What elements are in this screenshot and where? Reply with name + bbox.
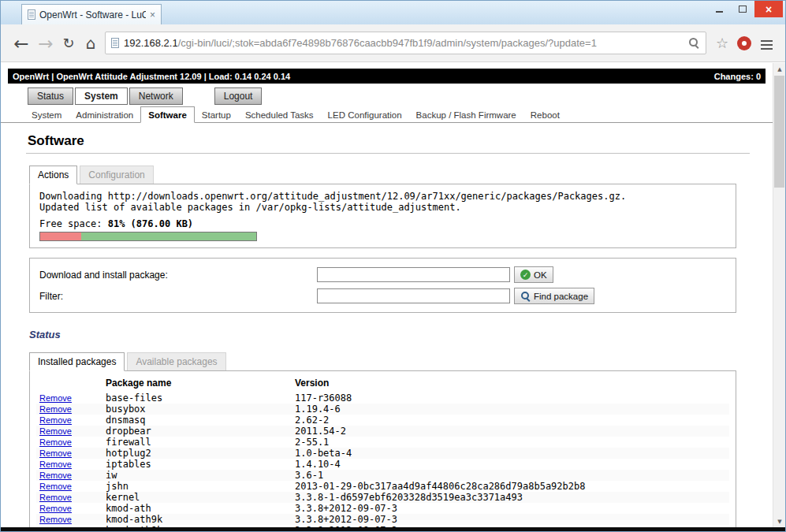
installed-packages-panel: Package name Version Removebase-files117… xyxy=(29,370,736,527)
url-domain: 192.168.2.1 xyxy=(124,37,178,49)
sub-tabs: SystemAdministrationSoftwareStartupSched… xyxy=(1,106,773,123)
table-row: Removebase-files117-r36088 xyxy=(36,392,729,404)
packages-table: Package name Version Removebase-files117… xyxy=(36,374,729,527)
find-package-button[interactable]: Find package xyxy=(514,288,594,304)
sub-tab-software[interactable]: Software xyxy=(140,106,195,123)
package-tabs: Installed packages Available packages xyxy=(29,352,773,370)
sub-tab-system[interactable]: System xyxy=(24,107,69,122)
main-tab-status[interactable]: Status xyxy=(28,87,73,105)
addon-icon[interactable] xyxy=(737,36,751,50)
remove-link[interactable]: Remove xyxy=(36,393,72,403)
tab-available-packages[interactable]: Available packages xyxy=(127,352,225,370)
sub-tab-backup-flash-firmware[interactable]: Backup / Flash Firmware xyxy=(409,107,523,122)
main-tab-system[interactable]: System xyxy=(75,87,128,105)
sub-tab-administration[interactable]: Administration xyxy=(69,107,140,122)
sub-tab-startup[interactable]: Startup xyxy=(195,107,238,122)
sub-tab-scheduled-tasks[interactable]: Scheduled Tasks xyxy=(238,107,321,122)
page-viewport: OpenWrt | OpenWrt Attitude Adjustment 12… xyxy=(1,63,773,527)
tab-close-icon[interactable]: × xyxy=(150,10,155,20)
browser-toolbar: ← → ↻ ⌂ 192.168.2.1/cgi-bin/luci/;stok=a… xyxy=(1,24,785,62)
table-row: Removeiptables1.4.10-4 xyxy=(36,459,729,470)
home-icon[interactable]: ⌂ xyxy=(80,34,102,53)
bookmark-star-icon[interactable]: ☆ xyxy=(712,35,732,51)
package-name: firewall xyxy=(106,437,295,448)
package-version: 2011.54-2 xyxy=(295,426,729,437)
package-version: 1.0-beta-4 xyxy=(295,448,729,459)
remove-cell: Remove xyxy=(36,459,106,470)
browser-window: OpenWrt - Software - LuC × × ← → ↻ ⌂ 192… xyxy=(0,0,786,532)
package-version: 3.3.8-1-d6597ebf6203328d3519ea3c3371a493 xyxy=(295,492,729,503)
url-text[interactable]: 192.168.2.1/cgi-bin/luci/;stok=abda6f7e4… xyxy=(124,37,684,49)
page-title: Software xyxy=(28,133,773,149)
tab-installed-packages[interactable]: Installed packages xyxy=(29,352,125,371)
package-version: 3.6-1 xyxy=(295,470,729,481)
sub-tab-reboot[interactable]: Reboot xyxy=(523,107,567,122)
remove-link[interactable]: Remove xyxy=(36,448,72,458)
remove-cell: Remove xyxy=(36,448,106,459)
package-version: 117-r36088 xyxy=(295,392,729,404)
menu-icon[interactable] xyxy=(761,40,773,42)
scroll-down-icon[interactable]: ▼ xyxy=(773,515,786,527)
page-scrollbar[interactable]: ▲ ▼ xyxy=(773,63,785,527)
ok-button[interactable]: ✓ OK xyxy=(514,266,553,283)
browser-tab[interactable]: OpenWrt - Software - LuC × xyxy=(21,4,162,24)
find-package-label: Find package xyxy=(534,292,588,301)
changes-badge[interactable]: Changes: 0 xyxy=(714,72,761,81)
package-name: jshn xyxy=(106,481,295,492)
log-line-1: Downloading http://downloads.openwrt.org… xyxy=(39,191,726,202)
close-button[interactable]: × xyxy=(754,1,783,17)
refresh-icon[interactable]: ↻ xyxy=(58,35,80,51)
minimize-button[interactable] xyxy=(707,1,731,17)
package-name: kmod-ath xyxy=(106,503,295,514)
package-name: hotplug2 xyxy=(106,448,295,459)
maximize-button[interactable] xyxy=(731,1,754,17)
remove-link[interactable]: Remove xyxy=(36,504,72,513)
remove-cell: Remove xyxy=(36,392,106,404)
package-table-body: Removebase-files117-r36088Removebusybox1… xyxy=(36,392,729,527)
remove-link[interactable]: Remove xyxy=(36,471,72,480)
forward-icon[interactable]: → xyxy=(34,33,58,54)
window-controls: × xyxy=(707,1,783,17)
remove-cell: Remove xyxy=(36,481,106,492)
remove-link[interactable]: Remove xyxy=(36,426,72,436)
back-icon[interactable]: ← xyxy=(9,33,34,54)
search-icon[interactable] xyxy=(688,37,700,49)
action-tabs: Actions Configuration xyxy=(29,166,773,184)
package-name: iptables xyxy=(106,459,295,470)
maximize-icon xyxy=(739,6,747,13)
main-tab-network[interactable]: Network xyxy=(129,87,183,105)
title-divider xyxy=(26,153,750,154)
filter-row: Filter: Find package xyxy=(39,285,726,307)
sub-tab-led-configuration[interactable]: LED Configuration xyxy=(321,107,409,122)
scroll-up-icon[interactable]: ▲ xyxy=(773,63,786,75)
remove-link[interactable]: Remove xyxy=(36,515,72,524)
table-row: Removekmod-ath3.3.8+2012-09-07-3 xyxy=(36,503,729,514)
log-line-2: Updated list of available packages in /v… xyxy=(39,202,726,213)
tab-actions[interactable]: Actions xyxy=(29,166,77,184)
column-header-version: Version xyxy=(295,374,729,392)
install-label: Download and install package: xyxy=(39,270,317,281)
remove-link[interactable]: Remove xyxy=(36,415,72,425)
filter-input[interactable] xyxy=(317,288,510,303)
tab-configuration[interactable]: Configuration xyxy=(80,166,153,184)
progress-used xyxy=(40,233,81,240)
remove-link[interactable]: Remove xyxy=(36,493,72,502)
package-url-input[interactable] xyxy=(317,267,510,282)
remove-link[interactable]: Remove xyxy=(36,437,72,447)
remove-link[interactable]: Remove xyxy=(36,404,72,414)
main-tab-logout[interactable]: Logout xyxy=(214,87,263,105)
package-name: iw xyxy=(106,470,295,481)
remove-link[interactable]: Remove xyxy=(36,482,72,491)
opkg-status-panel: Downloading http://downloads.openwrt.org… xyxy=(29,184,736,248)
status-legend: Status xyxy=(29,329,773,340)
package-name: busybox xyxy=(106,404,295,415)
favicon-page-icon xyxy=(28,9,35,20)
address-bar[interactable]: 192.168.2.1/cgi-bin/luci/;stok=abda6f7e4… xyxy=(105,32,706,54)
scrollbar-thumb[interactable] xyxy=(774,76,784,188)
find-search-icon xyxy=(520,291,531,301)
remove-link[interactable]: Remove xyxy=(36,459,72,469)
column-header-package: Package name xyxy=(106,374,295,392)
hostname-text: OpenWrt | OpenWrt Attitude Adjustment 12… xyxy=(13,72,290,81)
tab-title: OpenWrt - Software - LuC xyxy=(39,9,146,20)
free-space-line: Free space: 81% (876.00 KB) xyxy=(39,218,726,229)
